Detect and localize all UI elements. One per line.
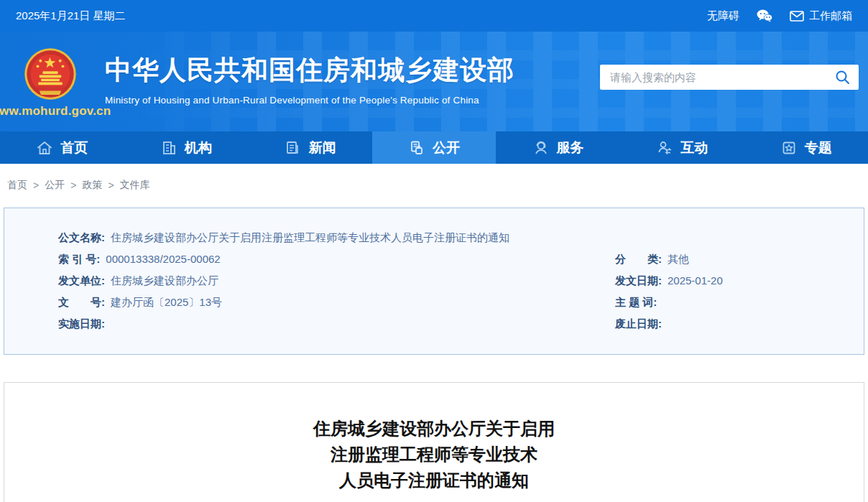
accessibility-link[interactable]: 无障碍 xyxy=(707,9,739,23)
doc-repeal-date-row: 废止日期: xyxy=(615,316,849,331)
nav-label: 新闻 xyxy=(308,139,336,157)
nav-item-topics[interactable]: 专题 xyxy=(744,131,868,164)
doc-index-value: 000013338/2025-00062 xyxy=(106,251,220,266)
site-subtitle: Ministry of Housing and Urban-Rural Deve… xyxy=(105,95,514,106)
breadcrumb-separator: > xyxy=(33,180,39,191)
disclosure-icon xyxy=(408,139,425,157)
organization-icon xyxy=(160,139,177,157)
breadcrumb-separator: > xyxy=(70,180,76,191)
doc-issue-date-row: 发文日期: 2025-01-20 xyxy=(615,273,849,288)
doc-subject-label: 主 题 词: xyxy=(615,294,657,310)
nav-item-news[interactable]: 新闻 xyxy=(248,131,372,164)
service-icon xyxy=(532,139,550,157)
doc-title-row: 公文名称: 住房城乡建设部办公厅关于启用注册监理工程师等专业技术人员电子注册证书… xyxy=(58,230,849,245)
site-brand: www.mohurd.gov.cn 中华人民共和国住房和城乡建设部 Minist… xyxy=(0,32,514,131)
breadcrumb: 首页 > 公开 > 政策 > 文件库 xyxy=(0,164,868,208)
doc-category-row: 分 类: 其他 xyxy=(615,251,849,266)
doc-issuer-value: 住房城乡建设部办公厅 xyxy=(111,273,218,288)
search-button[interactable] xyxy=(835,70,850,85)
doc-impl-date-row: 实施日期: xyxy=(58,316,615,331)
article-title-line-3: 人员电子注册证书的通知 xyxy=(4,468,864,493)
site-search xyxy=(600,65,859,90)
nav-label: 服务 xyxy=(557,139,584,157)
nav-item-organization[interactable]: 机构 xyxy=(124,131,249,164)
top-utility-bar: 2025年1月21日 星期二 无障碍 工作邮箱 xyxy=(0,0,868,32)
interaction-icon xyxy=(656,139,673,157)
home-icon xyxy=(36,139,53,157)
doc-impl-date-label: 实施日期: xyxy=(58,316,105,331)
nav-label: 首页 xyxy=(60,139,88,157)
doc-issuer-label: 发文单位: xyxy=(58,273,105,288)
wechat-bubbles-glyph xyxy=(757,9,772,22)
nav-item-interaction[interactable]: 互动 xyxy=(620,131,744,164)
doc-issue-date-value: 2025-01-20 xyxy=(668,273,723,288)
search-icon xyxy=(835,70,850,85)
nav-item-service[interactable]: 服务 xyxy=(496,131,620,164)
nav-item-disclosure[interactable]: 公开 xyxy=(372,131,497,164)
article-title: 住房城乡建设部办公厅关于启用 注册监理工程师等专业技术 人员电子注册证书的通知 xyxy=(4,416,864,493)
topics-icon xyxy=(780,139,798,157)
article-panel: 住房城乡建设部办公厅关于启用 注册监理工程师等专业技术 人员电子注册证书的通知 xyxy=(4,382,864,502)
breadcrumb-library[interactable]: 文件库 xyxy=(120,179,150,192)
nav-label: 公开 xyxy=(433,139,460,157)
envelope-icon xyxy=(790,11,804,22)
wechat-icon[interactable] xyxy=(757,9,772,22)
doc-issue-date-label: 发文日期: xyxy=(615,273,662,288)
doc-title-label: 公文名称: xyxy=(58,230,105,245)
breadcrumb-disclosure[interactable]: 公开 xyxy=(45,179,65,192)
article-title-line-1: 住房城乡建设部办公厅关于启用 xyxy=(4,416,864,442)
document-info-panel: 公文名称: 住房城乡建设部办公厅关于启用注册监理工程师等专业技术人员电子注册证书… xyxy=(4,208,864,355)
doc-category-value: 其他 xyxy=(668,251,689,266)
accessibility-label: 无障碍 xyxy=(707,9,739,23)
news-icon xyxy=(284,139,301,157)
nav-label: 互动 xyxy=(680,139,708,157)
site-header: www.mohurd.gov.cn 中华人民共和国住房和城乡建设部 Minist… xyxy=(0,32,868,131)
doc-category-label: 分 类: xyxy=(615,251,662,266)
current-date: 2025年1月21日 星期二 xyxy=(16,9,126,23)
doc-number-label: 文 号: xyxy=(58,294,105,310)
site-title: 中华人民共和国住房和城乡建设部 xyxy=(105,52,514,88)
primary-nav: 首页 机构 新闻 公开 服务 xyxy=(0,131,868,164)
work-mailbox-link[interactable]: 工作邮箱 xyxy=(790,9,852,23)
national-emblem-logo xyxy=(23,47,78,101)
site-url: www.mohurd.gov.cn xyxy=(0,104,111,118)
doc-index-label: 索 引 号: xyxy=(58,251,100,266)
mailbox-label: 工作邮箱 xyxy=(809,9,852,23)
doc-index-row: 索 引 号: 000013338/2025-00062 xyxy=(58,251,615,266)
breadcrumb-home[interactable]: 首页 xyxy=(7,179,27,192)
nav-label: 机构 xyxy=(185,139,212,157)
doc-repeal-date-label: 废止日期: xyxy=(615,316,662,331)
doc-title-value: 住房城乡建设部办公厅关于启用注册监理工程师等专业技术人员电子注册证书的通知 xyxy=(111,230,509,245)
doc-issuer-row: 发文单位: 住房城乡建设部办公厅 xyxy=(58,273,615,288)
article-title-line-2: 注册监理工程师等专业技术 xyxy=(4,442,864,468)
nav-item-home[interactable]: 首页 xyxy=(0,131,124,164)
breadcrumb-separator: > xyxy=(108,180,114,191)
doc-number-row: 文 号: 建办厅函〔2025〕13号 xyxy=(58,294,615,310)
doc-number-value: 建办厅函〔2025〕13号 xyxy=(111,294,222,310)
doc-subject-row: 主 题 词: xyxy=(615,294,849,310)
breadcrumb-policy[interactable]: 政策 xyxy=(82,179,102,192)
nav-label: 专题 xyxy=(805,139,832,157)
search-input[interactable] xyxy=(610,71,835,83)
